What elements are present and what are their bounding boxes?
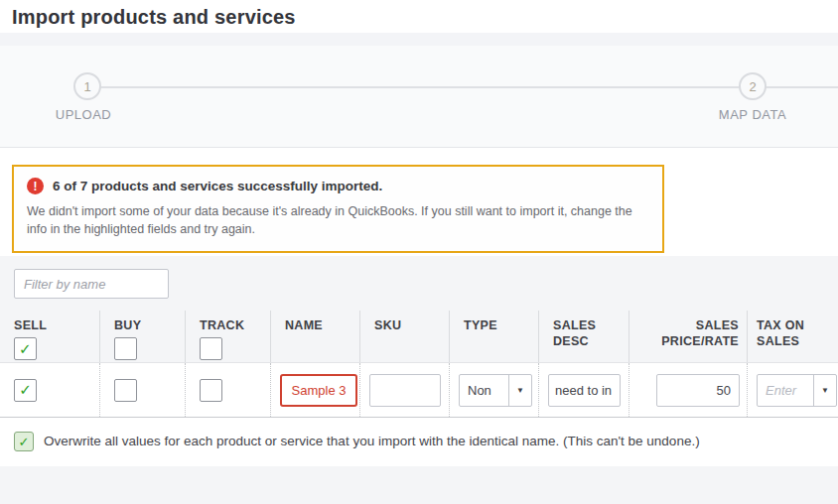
column-header-tax-on-sales: TAX ON SALES <box>748 311 838 362</box>
column-header-sales-desc: SALES DESC <box>539 311 629 362</box>
sku-input[interactable] <box>369 374 441 407</box>
sell-all-checkbox[interactable]: ✓ <box>14 337 37 360</box>
column-header-buy: BUY ✓ <box>100 311 186 362</box>
overwrite-label: Overwrite all values for each product or… <box>44 432 700 451</box>
alert-header: ! 6 of 7 products and services successfu… <box>27 178 646 194</box>
sales-desc-input[interactable] <box>548 374 621 407</box>
column-header-type: TYPE <box>450 311 539 362</box>
column-header-sell: SELL ✓ <box>0 311 100 362</box>
column-header-sales-price-rate: SALES PRICE/RATE <box>629 311 748 362</box>
header-divider-band <box>0 33 838 46</box>
buy-all-checkbox[interactable]: ✓ <box>114 337 137 360</box>
page-header: Import products and services <box>0 0 838 33</box>
footer-strip <box>0 466 838 504</box>
step-2-label: MAP DATA <box>719 107 786 122</box>
cell-buy: ✓ <box>100 363 186 417</box>
overwrite-checkbox[interactable]: ✓ <box>14 432 34 451</box>
column-header-buy-label: BUY <box>114 317 185 333</box>
cell-tax-on-sales: Enter ▼ <box>748 363 838 417</box>
overwrite-option-row: ✓ Overwrite all values for each product … <box>0 418 838 466</box>
tax-on-sales-placeholder: Enter <box>758 375 813 406</box>
table-header-row: SELL ✓ BUY ✓ TRACK ✓ NAME SKU TYPE SALES… <box>0 311 838 363</box>
stepper-connector-line <box>87 86 838 88</box>
step-1-circle: 1 <box>73 72 101 100</box>
chevron-down-icon[interactable]: ▼ <box>813 375 836 406</box>
progress-stepper: 1 2 UPLOAD MAP DATA <box>0 46 838 148</box>
column-header-track: TRACK ✓ <box>186 311 271 362</box>
tax-on-sales-dropdown[interactable]: Enter ▼ <box>757 374 837 407</box>
alert-heading: 6 of 7 products and services successfull… <box>53 179 382 193</box>
sales-price-rate-input[interactable] <box>656 374 740 407</box>
cell-sales-desc <box>539 363 629 417</box>
cell-sku <box>360 363 450 417</box>
type-dropdown[interactable]: Non ▼ <box>459 374 532 407</box>
step-2-number: 2 <box>749 79 756 94</box>
cell-sales-price-rate <box>629 363 748 417</box>
row-buy-checkbox[interactable]: ✓ <box>114 379 137 402</box>
step-1-label: UPLOAD <box>56 107 111 122</box>
cell-track: ✓ <box>186 363 271 417</box>
cell-sell: ✓ <box>0 363 100 417</box>
chevron-down-icon[interactable]: ▼ <box>508 375 531 406</box>
column-header-name: NAME <box>271 311 360 362</box>
cell-name: Sample 3 <box>271 363 360 417</box>
column-header-sku: SKU <box>360 311 450 362</box>
page-title: Import products and services <box>12 6 838 29</box>
filter-by-name-input[interactable] <box>14 269 169 299</box>
row-sell-checkbox[interactable]: ✓ <box>14 379 37 402</box>
column-header-sell-label: SELL <box>14 317 99 333</box>
filter-row <box>0 256 838 311</box>
name-highlighted-field[interactable]: Sample 3 <box>280 374 357 407</box>
alert-body-text: We didn't import some of your data becau… <box>27 203 637 238</box>
column-header-track-label: TRACK <box>200 317 270 333</box>
cell-type: Non ▼ <box>450 363 539 417</box>
step-2-circle: 2 <box>739 72 767 100</box>
type-dropdown-value: Non <box>460 375 508 406</box>
step-1-number: 1 <box>83 79 90 94</box>
track-all-checkbox[interactable]: ✓ <box>200 337 222 360</box>
table-section: SELL ✓ BUY ✓ TRACK ✓ NAME SKU TYPE SALES… <box>0 256 838 363</box>
import-result-alert: ! 6 of 7 products and services successfu… <box>12 165 664 253</box>
table-row: ✓ ✓ ✓ Sample 3 Non ▼ Enter ▼ <box>0 363 838 418</box>
row-track-checkbox[interactable]: ✓ <box>200 379 222 402</box>
error-icon: ! <box>27 178 44 194</box>
